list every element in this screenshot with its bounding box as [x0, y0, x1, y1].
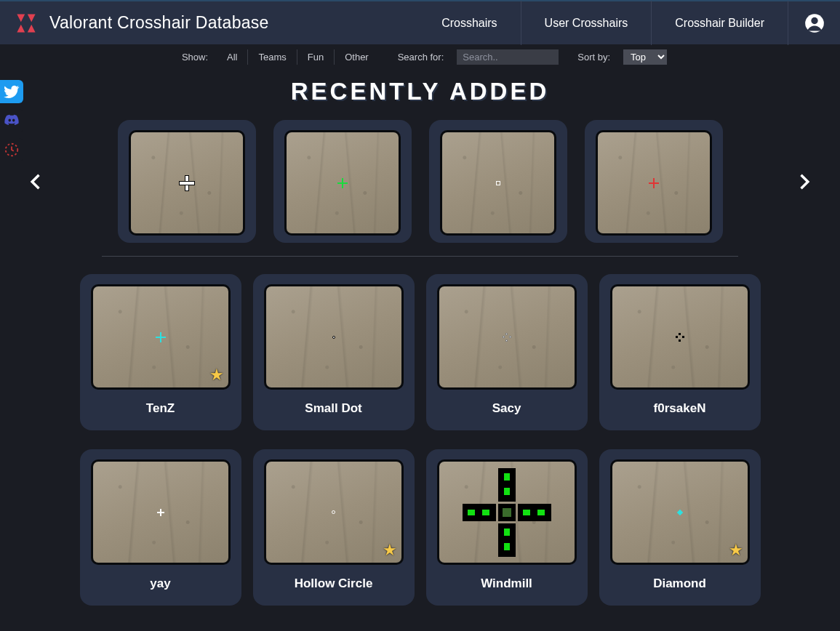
- carousel-card[interactable]: [273, 120, 412, 243]
- divider: [102, 256, 738, 257]
- crosshair-icon: [180, 176, 194, 190]
- history-icon[interactable]: [0, 138, 23, 161]
- nav-user-crosshairs[interactable]: User Crosshairs: [521, 1, 652, 45]
- crosshair-name: Hollow Circle: [295, 576, 373, 591]
- carousel-card[interactable]: [429, 120, 567, 243]
- filter-other[interactable]: Other: [334, 49, 379, 65]
- crosshair-icon: [156, 332, 166, 342]
- crosshair-card[interactable]: Windmill: [426, 449, 588, 606]
- crosshair-preview: [437, 284, 577, 390]
- crosshair-name: Windmill: [481, 576, 532, 591]
- crosshair-icon: [649, 178, 659, 188]
- crosshair-card[interactable]: yay: [80, 449, 241, 606]
- twitter-icon[interactable]: [0, 80, 23, 103]
- crosshair-preview: [284, 130, 401, 236]
- crosshair-name: Diamond: [653, 576, 706, 591]
- crosshair-name: yay: [150, 576, 170, 591]
- crosshair-grid: ★TenZSmall DotSacyf0rsakeNyay★Hollow Cir…: [0, 274, 840, 606]
- crosshair-icon: [157, 509, 164, 516]
- star-icon: ★: [729, 541, 743, 560]
- svg-marker-2: [17, 24, 25, 32]
- crosshair-icon: [337, 178, 348, 188]
- crosshair-card[interactable]: ★Hollow Circle: [253, 449, 415, 606]
- crosshair-icon: [460, 465, 554, 560]
- account-icon[interactable]: [788, 1, 840, 45]
- carousel-card[interactable]: [585, 120, 723, 243]
- carousel-card[interactable]: [118, 120, 256, 243]
- site-logo-icon[interactable]: [13, 10, 39, 36]
- star-icon: ★: [209, 366, 224, 385]
- filter-bar: Show: All Teams Fun Other Search for: So…: [0, 44, 840, 69]
- search-input[interactable]: [457, 49, 559, 65]
- nav-crosshairs[interactable]: Crosshairs: [418, 1, 520, 45]
- svg-point-5: [811, 17, 817, 23]
- crosshair-preview: ★: [91, 284, 231, 390]
- show-label: Show:: [173, 52, 217, 63]
- crosshair-name: f0rsakeN: [654, 401, 706, 416]
- discord-icon[interactable]: [0, 109, 23, 132]
- section-title-recent: RECENTLY ADDED: [0, 78, 840, 105]
- sort-select[interactable]: Top: [623, 49, 667, 65]
- crosshair-preview: [610, 284, 750, 390]
- crosshair-card[interactable]: f0rsakeN: [599, 274, 761, 430]
- crosshair-preview: [264, 284, 404, 390]
- sort-label: Sort by:: [569, 52, 619, 63]
- crosshair-card[interactable]: ★Diamond: [599, 449, 761, 606]
- crosshair-card[interactable]: Small Dot: [253, 274, 415, 430]
- svg-marker-1: [28, 14, 36, 22]
- recent-carousel: [58, 120, 782, 243]
- crosshair-card[interactable]: Sacy: [426, 274, 588, 430]
- crosshair-icon: [332, 336, 335, 339]
- crosshair-card[interactable]: ★TenZ: [80, 274, 241, 430]
- star-icon: ★: [383, 541, 397, 560]
- search-label: Search for:: [389, 52, 453, 63]
- crosshair-preview: ★: [264, 459, 404, 565]
- crosshair-icon: [496, 181, 500, 185]
- filter-fun[interactable]: Fun: [297, 49, 334, 65]
- crosshair-icon: [332, 510, 335, 514]
- crosshair-icon: [676, 509, 682, 515]
- crosshair-preview: [596, 130, 712, 236]
- crosshair-icon: [676, 333, 684, 342]
- carousel-prev-button[interactable]: [22, 167, 51, 196]
- carousel-next-button[interactable]: [789, 167, 818, 196]
- site-title[interactable]: Valorant Crosshair Database: [49, 13, 269, 33]
- crosshair-name: TenZ: [146, 401, 175, 416]
- nav-crosshair-builder[interactable]: Crosshair Builder: [651, 1, 788, 45]
- navbar: Valorant Crosshair Database Crosshairs U…: [0, 0, 840, 44]
- filter-all[interactable]: All: [217, 49, 247, 65]
- crosshair-icon: [503, 333, 511, 342]
- crosshair-name: Small Dot: [305, 401, 361, 416]
- svg-marker-3: [28, 24, 36, 32]
- crosshair-preview: [91, 459, 231, 565]
- svg-marker-0: [17, 14, 25, 22]
- crosshair-name: Sacy: [492, 401, 521, 416]
- crosshair-preview: [440, 130, 556, 236]
- crosshair-preview: [129, 130, 245, 236]
- crosshair-preview: [437, 459, 577, 565]
- social-sidebar: [0, 80, 23, 161]
- crosshair-preview: ★: [610, 459, 750, 565]
- filter-teams[interactable]: Teams: [247, 49, 296, 65]
